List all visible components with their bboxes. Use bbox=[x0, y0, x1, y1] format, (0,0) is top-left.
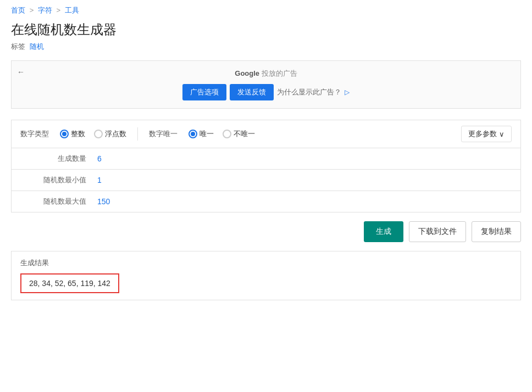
param-value-0: 6 bbox=[97, 154, 102, 163]
ad-feedback-button[interactable]: 发送反馈 bbox=[230, 84, 274, 100]
tag-random[interactable]: 随机 bbox=[30, 42, 44, 52]
radio-integer[interactable]: 整数 bbox=[60, 129, 85, 139]
copy-button[interactable]: 复制结果 bbox=[472, 221, 521, 242]
breadcrumb-home[interactable]: 首页 bbox=[11, 6, 25, 14]
param-rows: 生成数量 6 随机数最小值 1 随机数最大值 150 bbox=[11, 148, 521, 212]
page-title: 在线随机数生成器 bbox=[11, 21, 521, 38]
radio-unique[interactable]: 唯一 bbox=[189, 129, 214, 139]
ad-container: ← Google 投放的广告 广告选项 发送反馈 为什么显示此广告？ ▷ bbox=[11, 60, 521, 109]
result-section: 生成结果 28, 34, 52, 65, 119, 142 bbox=[11, 251, 521, 300]
radio-unique-label: 唯一 bbox=[199, 129, 214, 139]
radio-integer-label: 整数 bbox=[71, 129, 85, 139]
breadcrumb-chars[interactable]: 字符 bbox=[38, 6, 52, 14]
chevron-down-icon: ∨ bbox=[499, 130, 505, 138]
ad-buttons: 广告选项 发送反馈 为什么显示此广告？ ▷ bbox=[23, 84, 509, 100]
number-type-radio: 整数 浮点数 bbox=[60, 129, 126, 139]
uniqueness-radio: 唯一 不唯一 bbox=[189, 129, 255, 139]
action-row: 生成 下载到文件 复制结果 bbox=[11, 221, 521, 242]
param-value-1: 1 bbox=[97, 176, 102, 184]
param-row-0: 生成数量 6 bbox=[11, 148, 521, 170]
param-value-2: 150 bbox=[97, 197, 110, 206]
more-params-label: 更多参数 bbox=[468, 129, 497, 139]
type-label: 数字类型 bbox=[20, 129, 49, 139]
breadcrumb-tools[interactable]: 工具 bbox=[65, 6, 79, 14]
radio-float-circle bbox=[94, 130, 103, 138]
breadcrumb: 首页 > 字符 > 工具 bbox=[11, 5, 521, 15]
param-row-1: 随机数最小值 1 bbox=[11, 170, 521, 191]
radio-integer-circle bbox=[60, 130, 69, 138]
param-label-0: 生成数量 bbox=[20, 154, 97, 164]
more-params-button[interactable]: 更多参数 ∨ bbox=[461, 126, 512, 142]
result-values: 28, 34, 52, 65, 119, 142 bbox=[20, 273, 119, 293]
radio-float-label: 浮点数 bbox=[105, 129, 126, 139]
generate-button[interactable]: 生成 bbox=[364, 221, 403, 242]
ad-why-text: 为什么显示此广告？ bbox=[277, 87, 341, 97]
param-label-1: 随机数最小值 bbox=[20, 175, 97, 185]
unique-group: 数字唯一 bbox=[149, 129, 178, 139]
radio-not-unique-circle bbox=[223, 130, 231, 138]
ad-options-button[interactable]: 广告选项 bbox=[182, 84, 226, 100]
ad-label: Google 投放的广告 bbox=[23, 69, 509, 79]
result-title: 生成结果 bbox=[20, 258, 512, 268]
radio-float[interactable]: 浮点数 bbox=[94, 129, 126, 139]
divider-1 bbox=[137, 127, 138, 141]
param-label-2: 随机数最大值 bbox=[20, 197, 97, 206]
radio-unique-circle bbox=[189, 130, 197, 138]
ad-why-arrow[interactable]: ▷ bbox=[345, 88, 350, 96]
radio-not-unique[interactable]: 不唯一 bbox=[223, 129, 255, 139]
ad-back-arrow[interactable]: ← bbox=[17, 68, 25, 76]
download-button[interactable]: 下载到文件 bbox=[409, 221, 466, 242]
unique-label: 数字唯一 bbox=[149, 129, 178, 139]
param-row-2: 随机数最大值 150 bbox=[11, 191, 521, 212]
tags-label: 标签 bbox=[11, 42, 25, 52]
tags-row: 标签 随机 bbox=[11, 42, 521, 52]
number-type-group: 数字类型 bbox=[20, 129, 49, 139]
radio-not-unique-label: 不唯一 bbox=[234, 129, 255, 139]
options-row: 数字类型 整数 浮点数 数字唯一 唯一 不唯一 bbox=[11, 120, 521, 148]
